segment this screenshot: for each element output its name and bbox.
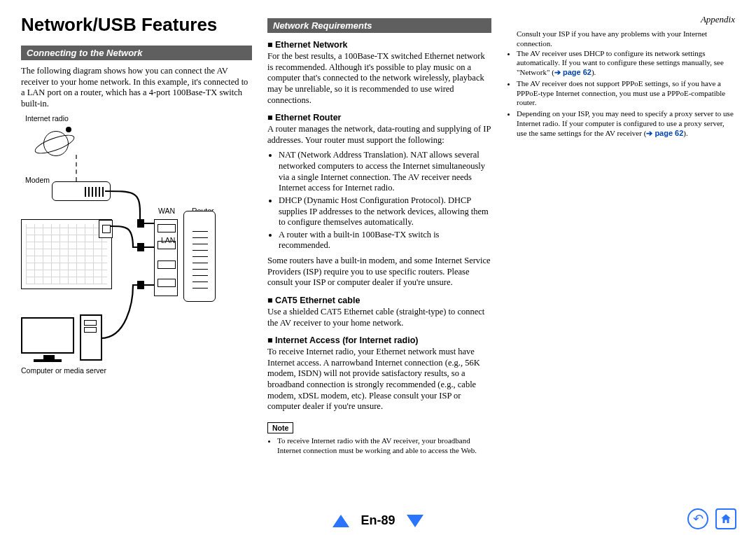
- svg-rect-0: [137, 219, 144, 228]
- list-item: DHCP (Dynamic Host Configuration Protoco…: [279, 195, 491, 228]
- text: Depending on your ISP, you may need to s…: [517, 109, 734, 137]
- sub-ethernet-router: Ethernet Router: [267, 113, 491, 123]
- list-item: Depending on your ISP, you may need to s…: [517, 109, 735, 138]
- connecting-intro: The following diagram shows how you can …: [21, 66, 252, 110]
- svg-rect-1: [137, 243, 144, 251]
- section-connecting-heading: Connecting to the Network: [21, 46, 252, 60]
- list-item: To receive Internet radio with the AV re…: [277, 436, 491, 456]
- text: ).: [683, 129, 687, 137]
- label-modem: Modem: [25, 176, 50, 184]
- ethernet-router-text: A router manages the network, data-routi…: [267, 124, 491, 146]
- av-receiver-icon: [21, 219, 112, 289]
- prev-page-button[interactable]: [332, 515, 349, 527]
- page-title: Network/USB Features: [21, 14, 252, 36]
- text: ).: [592, 68, 596, 76]
- sub-internet-access: Internet Access (for Internet radio): [267, 335, 491, 345]
- label-wan: WAN: [158, 207, 175, 215]
- section-requirements-heading: Network Requirements: [267, 18, 491, 33]
- ethernet-network-text: For the best results, a 100Base-TX switc…: [267, 51, 491, 106]
- cat5-text: Use a shielded CAT5 Ethernet cable (stra…: [267, 307, 491, 328]
- home-button[interactable]: [715, 508, 736, 529]
- page-link-62b[interactable]: ➔ page 62: [646, 129, 683, 137]
- svg-rect-2: [137, 281, 144, 289]
- note-bullets: To receive Internet radio with the AV re…: [267, 436, 491, 456]
- next-page-button[interactable]: [407, 515, 424, 527]
- sub-cat5: CAT5 Ethernet cable: [267, 296, 491, 305]
- text: The AV receiver uses DHCP to configure i…: [517, 49, 724, 77]
- appendix-label: Appendix: [507, 14, 735, 25]
- router-icon: [183, 211, 216, 302]
- sub-ethernet-network: Ethernet Network: [267, 40, 491, 50]
- pc-icon: [80, 314, 102, 361]
- page-link-62a[interactable]: ➔ page 62: [554, 68, 592, 76]
- label-internet-radio: Internet radio: [25, 114, 69, 123]
- hub-icon: [154, 219, 178, 296]
- list-item: A router with a built-in 100Base-TX swit…: [279, 230, 491, 251]
- monitor-icon: [21, 317, 74, 354]
- router-after-text: Some routers have a built-in modem, and …: [267, 256, 491, 289]
- home-icon: [720, 513, 732, 525]
- list-item: The AV receiver does not support PPPoE s…: [517, 79, 735, 108]
- col3-first: Consult your ISP if you have any problem…: [507, 29, 735, 49]
- note-label: Note: [267, 422, 293, 433]
- list-item: NAT (Network Address Translation). NAT a…: [279, 150, 491, 194]
- globe-icon: [35, 128, 74, 159]
- page-number: En-89: [360, 513, 395, 528]
- col3-bullets: The AV receiver uses DHCP to configure i…: [507, 49, 735, 139]
- router-bullets: NAT (Network Address Translation). NAT a…: [267, 150, 491, 251]
- modem-icon: [52, 181, 111, 201]
- internet-text: To receive Internet radio, your Ethernet…: [267, 347, 491, 412]
- label-computer: Computer or media server: [21, 366, 106, 375]
- list-item: The AV receiver uses DHCP to configure i…: [517, 49, 735, 78]
- back-button[interactable]: ↶: [687, 508, 708, 529]
- network-diagram: Internet radio Modem WAN Router LAN Comp…: [21, 114, 252, 380]
